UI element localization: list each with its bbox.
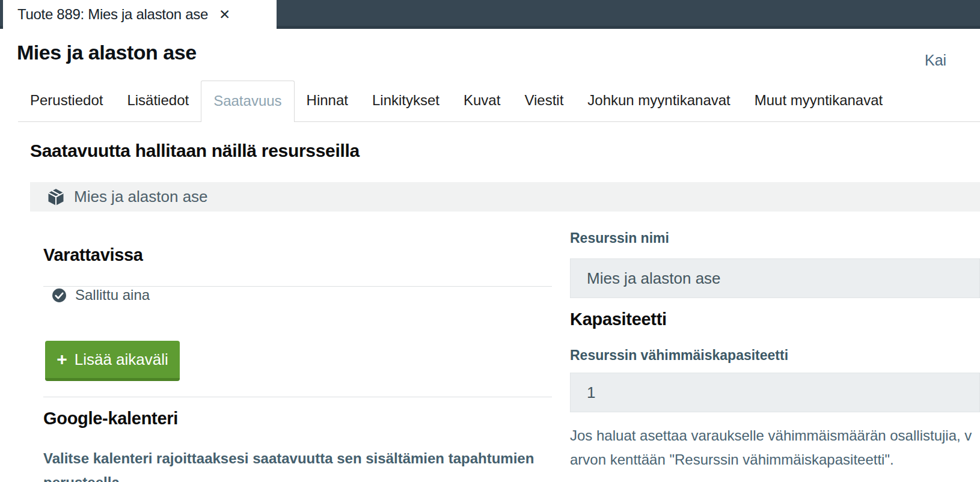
divider	[43, 397, 552, 397]
resource-name-label: Resurssin nimi	[570, 230, 669, 246]
min-capacity-help-line2: arvon kenttään "Resurssin vähimmäiskapas…	[570, 448, 980, 472]
tab-saatavuus[interactable]: Saatavuus	[201, 81, 294, 122]
tab-viestit[interactable]: Viestit	[512, 81, 575, 121]
page-title: Mies ja alaston ase	[17, 41, 197, 64]
google-calendar-description-line1: Valitse kalenteri rajoittaaksesi saatavu…	[43, 447, 552, 471]
min-capacity-help-line1: Jos haluat asettaa varaukselle vähimmäis…	[570, 424, 980, 448]
resource-name-input[interactable]	[570, 258, 980, 298]
tab-perustiedot[interactable]: Perustiedot	[18, 81, 115, 121]
tab-kuvat[interactable]: Kuvat	[452, 81, 512, 121]
cube-icon	[47, 188, 65, 206]
window-tab-title: Tuote 889: Mies ja alaston ase	[17, 6, 208, 23]
min-capacity-input[interactable]	[570, 373, 980, 412]
tab-linkitykset[interactable]: Linkitykset	[360, 81, 452, 121]
availability-heading: Varattavissa	[43, 245, 143, 265]
availability-status-label: Sallittu aina	[75, 287, 150, 304]
resource-bar[interactable]: Mies ja alaston ase	[30, 182, 980, 212]
plus-icon: +	[57, 350, 67, 368]
window-tab[interactable]: Tuote 889: Mies ja alaston ase ✕	[3, 0, 277, 29]
google-calendar-heading: Google-kalenteri	[43, 409, 178, 429]
google-calendar-description-line2: perusteella	[43, 471, 552, 482]
add-interval-button-label: Lisää aikaväli	[75, 350, 168, 369]
tab-hinnat[interactable]: Hinnat	[295, 81, 360, 121]
capacity-heading: Kapasiteetti	[570, 310, 667, 329]
right-column: Resurssin nimi Kapasiteetti Resurssin vä…	[570, 225, 980, 482]
top-right-link[interactable]: Kai	[925, 52, 946, 69]
resource-bar-label: Mies ja alaston ase	[74, 188, 208, 206]
add-interval-button[interactable]: + Lisää aikaväli	[45, 341, 180, 381]
min-capacity-help: Jos haluat asettaa varaukselle vähimmäis…	[570, 424, 980, 472]
tab-nav: Perustiedot Lisätiedot Saatavuus Hinnat …	[18, 81, 980, 122]
tab-lisatiedot[interactable]: Lisätiedot	[115, 81, 201, 121]
tab-muut-myyntikanavat[interactable]: Muut myyntikanavat	[743, 81, 895, 121]
tab-johkun-myyntikanavat[interactable]: Johkun myyntikanavat	[575, 81, 742, 121]
min-capacity-label: Resurssin vähimmäiskapasiteetti	[570, 347, 788, 364]
section-heading: Saatavuutta hallitaan näillä resursseill…	[30, 141, 360, 161]
page: Tuote 889: Mies ja alaston ase ✕ Mies ja…	[0, 0, 980, 482]
availability-status: Sallittu aina	[52, 287, 150, 304]
google-calendar-description: Valitse kalenteri rajoittaaksesi saatavu…	[43, 447, 552, 482]
check-circle-icon	[52, 288, 67, 303]
left-column: Varattavissa Sallittu aina + Lisää aikav…	[43, 237, 552, 482]
close-icon[interactable]: ✕	[219, 8, 230, 22]
